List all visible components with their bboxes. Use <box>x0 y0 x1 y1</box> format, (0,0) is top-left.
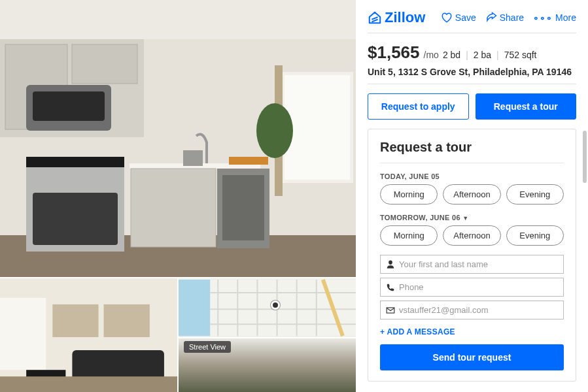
more-button[interactable]: ∘∘∘ More <box>533 12 576 24</box>
zillow-logo[interactable]: Zillow <box>368 9 425 26</box>
slot-tomorrow-evening[interactable]: Evening <box>506 225 564 246</box>
sqft: 752 sqft <box>504 50 537 60</box>
svg-rect-22 <box>0 298 46 370</box>
photo-street-view[interactable]: Street View <box>179 338 356 392</box>
phone-input[interactable] <box>399 282 558 292</box>
scrollbar[interactable] <box>583 131 587 183</box>
more-dots-icon: ∘∘∘ <box>533 12 553 23</box>
svg-rect-10 <box>26 157 124 167</box>
slot-today-evening[interactable]: Evening <box>506 184 564 204</box>
slot-tomorrow-afternoon[interactable]: Afternoon <box>443 225 500 246</box>
person-icon <box>386 260 395 269</box>
logo-text: Zillow <box>385 9 425 26</box>
zillow-logo-icon <box>368 10 382 25</box>
svg-rect-23 <box>52 304 98 337</box>
listing-summary: $1,565 /mo 2 bd | 2 ba | 752 sqft Unit 5… <box>368 33 576 84</box>
address: Unit 5, 1312 S Grove St, Philadelphia, P… <box>368 67 576 77</box>
header: Zillow Save Share ∘∘∘ More <box>368 9 576 33</box>
request-tour-form: Request a tour TODAY, JUNE 05 Morning Af… <box>368 129 576 382</box>
photo-living-room[interactable] <box>0 278 177 392</box>
mail-icon <box>386 306 395 315</box>
email-field-wrap <box>380 301 564 319</box>
price-suffix: /mo <box>424 50 439 60</box>
svg-point-19 <box>256 103 293 158</box>
svg-rect-20 <box>229 157 268 165</box>
send-tour-request-button[interactable]: Send tour request <box>380 344 564 370</box>
share-icon <box>485 12 497 24</box>
slot-today-morning[interactable]: Morning <box>380 184 438 204</box>
svg-rect-9 <box>33 193 118 245</box>
name-field-wrap <box>380 255 564 274</box>
chevron-down-icon: ▼ <box>462 215 468 221</box>
photo-gallery: Street View <box>0 0 356 392</box>
phone-field-wrap <box>380 278 564 297</box>
main-photo-kitchen[interactable] <box>0 0 356 277</box>
svg-rect-17 <box>285 75 350 180</box>
baths: 2 ba <box>474 50 491 60</box>
svg-rect-12 <box>131 169 216 247</box>
street-view-label: Street View <box>184 341 231 353</box>
share-button[interactable]: Share <box>485 12 524 24</box>
slot-today-afternoon[interactable]: Afternoon <box>443 184 500 204</box>
photo-map[interactable] <box>179 278 356 337</box>
svg-rect-29 <box>179 280 210 336</box>
request-apply-button[interactable]: Request to apply <box>368 93 469 120</box>
name-input[interactable] <box>399 259 558 269</box>
email-input[interactable] <box>399 305 558 315</box>
svg-rect-1 <box>0 0 356 39</box>
details-panel: Zillow Save Share ∘∘∘ More $1,565 <box>356 0 588 392</box>
svg-rect-5 <box>72 44 137 84</box>
save-button[interactable]: Save <box>441 12 476 24</box>
heart-icon <box>441 12 453 24</box>
request-tour-button[interactable]: Request a tour <box>476 93 577 120</box>
phone-icon <box>386 283 395 292</box>
beds: 2 bd <box>443 50 460 60</box>
svg-rect-24 <box>104 304 150 337</box>
svg-rect-14 <box>222 175 264 240</box>
tour-title: Request a tour <box>380 140 564 163</box>
today-label: TODAY, JUNE 05 <box>380 172 564 180</box>
slot-tomorrow-morning[interactable]: Morning <box>380 225 438 246</box>
price: $1,565 <box>368 42 420 63</box>
svg-rect-15 <box>183 150 203 166</box>
svg-rect-27 <box>0 376 177 392</box>
tomorrow-label[interactable]: TOMORROW, JUNE 06 ▼ <box>380 214 564 221</box>
add-message-link[interactable]: + ADD A MESSAGE <box>380 327 564 336</box>
svg-rect-7 <box>33 91 105 121</box>
